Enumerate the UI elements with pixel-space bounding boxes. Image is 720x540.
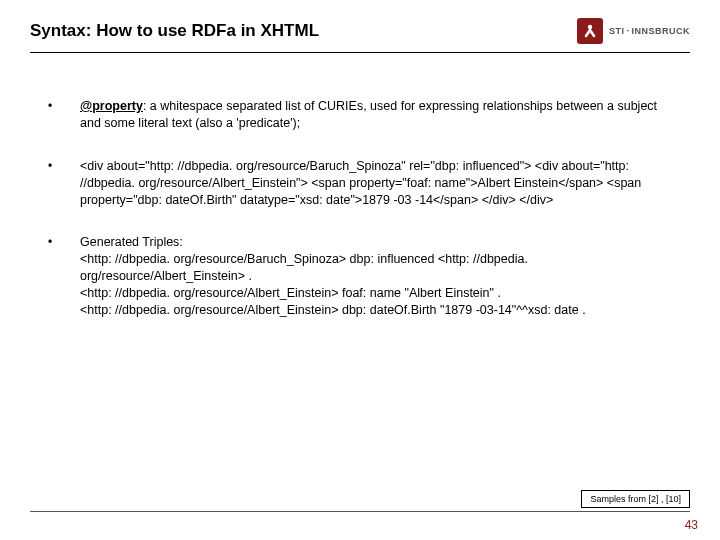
svg-point-0 bbox=[588, 25, 592, 29]
slide-content: • @property: a whitespace separated list… bbox=[0, 53, 720, 319]
bullet-item: • @property: a whitespace separated list… bbox=[48, 98, 672, 132]
triple-line: <http: //dbpedia. org/resource/Baruch_Sp… bbox=[80, 251, 672, 285]
bullet-marker: • bbox=[48, 98, 80, 132]
logo-sep: · bbox=[626, 26, 629, 36]
bullet-item: • Generated Triples: <http: //dbpedia. o… bbox=[48, 234, 672, 318]
footer-divider bbox=[30, 511, 690, 512]
logo-icon bbox=[577, 18, 603, 44]
slide-header: Syntax: How to use RDFa in XHTML STI·INN… bbox=[0, 0, 720, 52]
attribute-name: @property bbox=[80, 99, 143, 113]
brand-logo: STI·INNSBRUCK bbox=[577, 18, 690, 44]
logo-loc: INNSBRUCK bbox=[632, 26, 691, 36]
logo-text: STI·INNSBRUCK bbox=[609, 26, 690, 36]
bullet-text: @property: a whitespace separated list o… bbox=[80, 98, 672, 132]
bullet-rest: : a whitespace separated list of CURIEs,… bbox=[80, 99, 657, 130]
triple-line: <http: //dbpedia. org/resource/Albert_Ei… bbox=[80, 302, 672, 319]
bullet-marker: • bbox=[48, 234, 80, 318]
bullet-text: <div about="http: //dbpedia. org/resourc… bbox=[80, 158, 672, 209]
triple-line: <http: //dbpedia. org/resource/Albert_Ei… bbox=[80, 285, 672, 302]
triples-heading: Generated Triples: bbox=[80, 234, 672, 251]
bullet-marker: • bbox=[48, 158, 80, 209]
samples-citation: Samples from [2] , [10] bbox=[581, 490, 690, 508]
page-number: 43 bbox=[685, 518, 698, 532]
slide-title: Syntax: How to use RDFa in XHTML bbox=[30, 21, 319, 41]
bullet-text: Generated Triples: <http: //dbpedia. org… bbox=[80, 234, 672, 318]
bullet-item: • <div about="http: //dbpedia. org/resou… bbox=[48, 158, 672, 209]
logo-brand: STI bbox=[609, 26, 625, 36]
